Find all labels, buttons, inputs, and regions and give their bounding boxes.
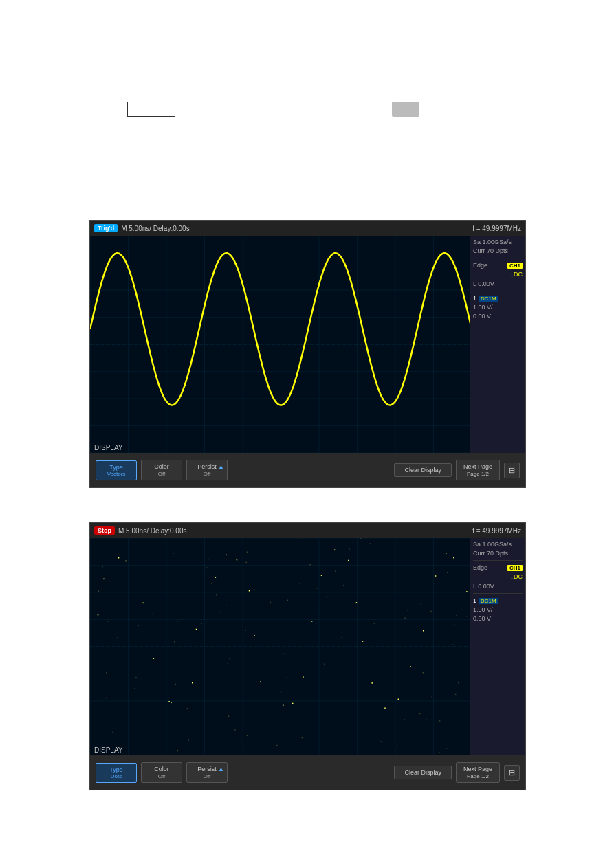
scope-2-persist-label: Persist [197, 766, 217, 772]
scope-1-volt2: 0.00 V [473, 313, 523, 320]
scope-2-grid [90, 538, 470, 790]
scope-1-color-button[interactable]: Color Off [141, 460, 182, 480]
top-label-box [127, 102, 175, 117]
top-right-box [392, 102, 419, 117]
scope-1-header-right: f = 49.9997MHz [472, 225, 521, 232]
scope-1-screen: Trig'd M 5.00ns/ Delay:0.00s f = 49.9997… [89, 220, 526, 488]
scope-2-next-page-sub: Page 1/2 [467, 773, 489, 779]
scope-2-next-page-button[interactable]: Next Page Page 1/2 [456, 762, 500, 783]
scope-2-level: L 0.00V [473, 583, 523, 590]
scope-1-next-page-sub: Page 1/2 [467, 471, 489, 477]
scope-2-persist-value: Off [204, 773, 211, 779]
scope-2-volt1: 1.00 V/ [473, 606, 523, 613]
scope-2-curr: Curr 70 Dpts [473, 550, 523, 557]
scope-1-status-badge: Trig'd [94, 224, 118, 232]
scope-2-color-value: Off [158, 773, 166, 779]
scope-2-coupling: DC [514, 573, 523, 581]
scope-2-persist-button[interactable]: Persist Off ▲ [186, 762, 228, 783]
scope-2-bottom-bar: Type Dots Color Off Persist Off ▲ Clear … [90, 755, 525, 790]
scope-2-color-button[interactable]: Color Off [141, 762, 182, 783]
scope-2-type-button[interactable]: Type Dots [96, 763, 137, 783]
scope-2-next-page-label: Next Page [463, 766, 492, 772]
scope-2-screen: Stop M 5.00ns/ Delay:0.00s f = 49.9997MH… [89, 522, 526, 790]
scope-1: Trig'd M 5.00ns/ Delay:0.00s f = 49.9997… [89, 220, 526, 488]
scope-1-display-label: DISPLAY [90, 444, 123, 453]
scope-1-clear-button[interactable]: Clear Display [394, 463, 452, 477]
scope-1-ch-num: 1 [473, 295, 476, 302]
scope-2-dc1m: DC1M [479, 598, 498, 604]
scope-1-sa: Sa 1.00GSa/s [473, 238, 523, 245]
scope-2-edge-label: Edge [473, 564, 487, 571]
scope-2-status-badge: Stop [94, 526, 115, 535]
scope-2-type-label: Type [109, 766, 123, 773]
scope-2-header: Stop M 5.00ns/ Delay:0.00s f = 49.9997MH… [90, 523, 525, 538]
scope-2-right-panel: Sa 1.00GSa/s Curr 70 Dpts Edge CH1 ↓ DC … [470, 538, 525, 790]
scope-1-ch1-badge: CH1 [507, 263, 523, 269]
scope-2-ch-num: 1 [473, 597, 476, 604]
scope-1-persist-button[interactable]: Persist Off ▲ [186, 460, 228, 480]
scope-1-curr: Curr 70 Dpts [473, 247, 523, 254]
scope-1-volt1: 1.00 V/ [473, 304, 523, 311]
scope-2-type-value: Dots [103, 773, 129, 779]
scope-1-header: Trig'd M 5.00ns/ Delay:0.00s f = 49.9997… [90, 221, 525, 236]
scope-2-volt2: 0.00 V [473, 615, 523, 622]
scope-1-edge-label: Edge [473, 262, 487, 269]
scope-1-persist-label: Persist [197, 463, 217, 470]
scope-1-type-value: Vectors [103, 471, 129, 477]
scope-1-color-label: Color [154, 463, 169, 470]
scope-2-grid-icon-button[interactable]: ⊞ [504, 765, 520, 781]
scope-2-color-label: Color [154, 766, 169, 772]
page-container: Trig'd M 5.00ns/ Delay:0.00s f = 49.9997… [0, 0, 614, 868]
scope-1-color-value: Off [158, 471, 166, 477]
scope-1-persist-value: Off [204, 471, 211, 477]
scope-1-next-page-label: Next Page [463, 463, 492, 470]
scope-2-header-center: M 5.00ns/ Delay:0.00s [118, 527, 187, 535]
scope-1-bottom-bar: Type Vectors Color Off Persist Off ▲ Cle… [90, 453, 525, 487]
scope-1-grid-icon-button[interactable]: ⊞ [504, 463, 520, 478]
scope-2-clear-button[interactable]: Clear Display [394, 766, 452, 779]
bottom-rule [21, 821, 593, 821]
scope-2-ch1-badge: CH1 [507, 565, 523, 571]
scope-1-right-panel: Sa 1.00GSa/s Curr 70 Dpts Edge CH1 ↓ DC … [470, 236, 525, 487]
scope-1-coupling: DC [514, 271, 523, 278]
scope-2-header-right: f = 49.9997MHz [472, 527, 521, 535]
scope-2-display-label: DISPLAY [90, 746, 123, 755]
scope-1-next-page-button[interactable]: Next Page Page 1/2 [456, 460, 500, 480]
scope-1-level: L 0.00V [473, 280, 523, 287]
scope-1-header-center: M 5.00ns/ Delay:0.00s [121, 225, 190, 232]
scope-1-grid [90, 236, 470, 487]
scope-1-dc1m: DC1M [479, 296, 498, 302]
scope-1-type-label: Type [109, 464, 123, 471]
scope-2: Stop M 5.00ns/ Delay:0.00s f = 49.9997MH… [89, 522, 526, 790]
scope-2-sa: Sa 1.00GSa/s [473, 541, 523, 548]
scope-1-type-button[interactable]: Type Vectors [96, 460, 137, 480]
top-rule [21, 47, 593, 47]
